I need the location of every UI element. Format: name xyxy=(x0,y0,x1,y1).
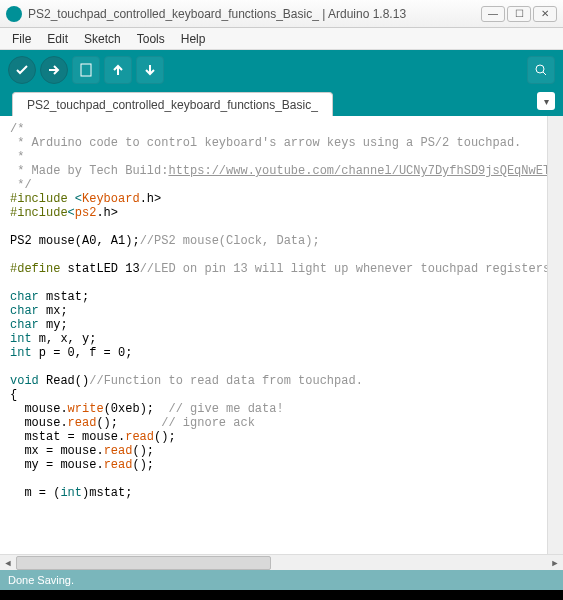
maximize-button[interactable]: ☐ xyxy=(507,6,531,22)
window-controls: — ☐ ✕ xyxy=(481,6,557,22)
svg-point-1 xyxy=(536,65,544,73)
console-output[interactable] xyxy=(0,590,563,600)
vertical-scrollbar[interactable] xyxy=(547,116,563,554)
window-title: PS2_touchpad_controlled_keyboard_functio… xyxy=(28,7,481,21)
menu-file[interactable]: File xyxy=(4,30,39,48)
scroll-right-icon[interactable]: ► xyxy=(547,555,563,571)
verify-button[interactable] xyxy=(8,56,36,84)
serial-monitor-button[interactable] xyxy=(527,56,555,84)
upload-button[interactable] xyxy=(40,56,68,84)
menu-help[interactable]: Help xyxy=(173,30,214,48)
menu-sketch[interactable]: Sketch xyxy=(76,30,129,48)
open-button[interactable] xyxy=(104,56,132,84)
menubar: File Edit Sketch Tools Help xyxy=(0,28,563,50)
horizontal-scrollbar[interactable]: ◄ ► xyxy=(0,554,563,570)
save-button[interactable] xyxy=(136,56,164,84)
serial-monitor-icon xyxy=(533,62,549,78)
new-button[interactable] xyxy=(72,56,100,84)
code-editor[interactable]: /* * Arduino code to control keyboard's … xyxy=(0,116,547,554)
arrow-up-icon xyxy=(110,62,126,78)
close-button[interactable]: ✕ xyxy=(533,6,557,22)
new-file-icon xyxy=(78,62,94,78)
tab-sketch[interactable]: PS2_touchpad_controlled_keyboard_functio… xyxy=(12,92,333,116)
editor-area: /* * Arduino code to control keyboard's … xyxy=(0,116,563,554)
scroll-left-icon[interactable]: ◄ xyxy=(0,555,16,571)
scroll-track[interactable] xyxy=(16,556,547,570)
menu-edit[interactable]: Edit xyxy=(39,30,76,48)
minimize-button[interactable]: — xyxy=(481,6,505,22)
scroll-thumb[interactable] xyxy=(16,556,271,570)
app-icon xyxy=(6,6,22,22)
check-icon xyxy=(14,62,30,78)
menu-tools[interactable]: Tools xyxy=(129,30,173,48)
svg-rect-0 xyxy=(81,64,91,76)
arrow-right-icon xyxy=(46,62,62,78)
toolbar xyxy=(0,50,563,90)
window-titlebar: PS2_touchpad_controlled_keyboard_functio… xyxy=(0,0,563,28)
arrow-down-icon xyxy=(142,62,158,78)
status-bar: Done Saving. xyxy=(0,570,563,590)
tab-bar: PS2_touchpad_controlled_keyboard_functio… xyxy=(0,90,563,116)
status-message: Done Saving. xyxy=(8,574,74,586)
tab-menu-button[interactable]: ▾ xyxy=(537,92,555,110)
